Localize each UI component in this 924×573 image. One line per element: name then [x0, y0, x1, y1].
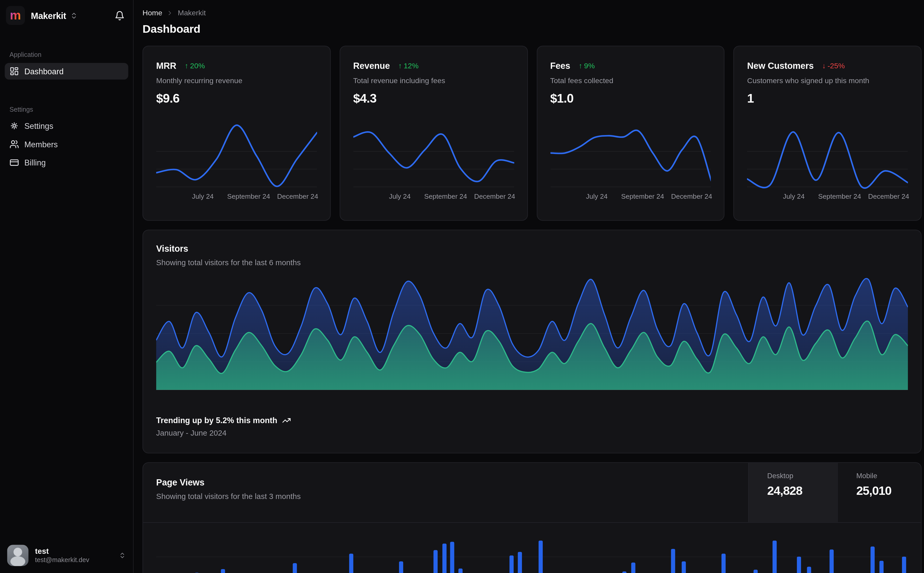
toggle-mobile[interactable]: Mobile 25,010 — [837, 463, 921, 522]
bar — [807, 567, 811, 573]
stat-value: 1 — [747, 91, 908, 106]
sidebar-item-dashboard[interactable]: Dashboard — [5, 63, 128, 80]
users-icon — [9, 139, 19, 149]
stat-description: Total fees collected — [550, 77, 711, 85]
sidebar-section-settings: Settings — [0, 106, 133, 113]
bar — [622, 571, 626, 573]
makerkit-logo[interactable]: m — [6, 6, 25, 25]
bar — [754, 570, 758, 573]
page-title: Dashboard — [143, 23, 921, 36]
toggle-value: 25,010 — [856, 484, 921, 498]
sidebar-item-label: Dashboard — [24, 67, 64, 75]
chevrons-up-down-icon — [119, 552, 126, 559]
page-views-bar-chart — [156, 530, 908, 573]
bar — [871, 546, 875, 573]
stat-description: Customers who signed up this month — [747, 77, 908, 85]
visitors-trend-text: Trending up by 5.2% this month — [156, 416, 277, 425]
sidebar-nav-settings: Settings Members Billing — [0, 117, 133, 171]
gear-icon — [9, 121, 19, 131]
trend-badge: ↑12% — [398, 61, 419, 70]
toggle-label: Desktop — [767, 472, 838, 480]
bar — [682, 561, 686, 573]
visitors-card: Visitors Showing total visitors for the … — [143, 230, 921, 453]
page-views-card: Page Views Showing total visitors for th… — [143, 462, 921, 573]
bar — [349, 554, 353, 573]
sidebar-item-members[interactable]: Members — [5, 136, 128, 152]
user-email: test@makerkit.dev — [35, 556, 89, 564]
bell-icon — [115, 10, 125, 20]
user-menu[interactable]: test test@makerkit.dev — [0, 539, 133, 573]
visitors-footer: Trending up by 5.2% this month January -… — [156, 416, 908, 437]
new-customers-sparkline-chart — [747, 120, 908, 190]
bar — [510, 555, 514, 573]
credit-card-icon — [9, 158, 19, 168]
notifications-button[interactable] — [115, 10, 125, 20]
chevrons-up-down-icon — [70, 12, 78, 19]
toggle-desktop[interactable]: Desktop 24,828 — [748, 463, 838, 522]
bar — [631, 563, 635, 573]
fees-sparkline-chart — [550, 120, 711, 190]
stat-cards-row: MRR ↑20% Monthly recurring revenue $9.6 … — [143, 46, 921, 221]
bar — [221, 569, 225, 573]
stat-description: Total revenue including fees — [353, 77, 514, 85]
logo-letter: m — [10, 9, 21, 21]
mrr-sparkline-chart — [156, 120, 317, 190]
sidebar-header: m Makerkit — [0, 0, 133, 31]
user-avatar — [7, 545, 28, 566]
x-axis-labels: July 24 September 24 December 24 — [550, 193, 711, 202]
stat-title: New Customers — [747, 61, 814, 70]
bar — [830, 550, 834, 573]
bar — [773, 540, 777, 573]
bar — [797, 557, 801, 573]
visitors-area-chart — [156, 277, 908, 394]
page-views-title: Page Views — [156, 477, 735, 487]
arrow-up-icon: ↑ — [579, 61, 582, 70]
sidebar-section-application: Application — [0, 51, 133, 58]
breadcrumb: Home Makerkit — [143, 9, 921, 17]
bar — [722, 554, 726, 573]
user-name: test — [35, 546, 89, 556]
revenue-sparkline-chart — [353, 120, 514, 190]
toggle-value: 24,828 — [767, 484, 838, 498]
stat-title: Revenue — [353, 61, 390, 70]
stat-title: MRR — [156, 61, 176, 70]
sidebar-item-label: Settings — [24, 121, 53, 130]
arrow-down-icon: ↓ — [822, 61, 826, 70]
bar — [879, 561, 883, 573]
main-content: Home Makerkit Dashboard MRR ↑20% Monthly… — [133, 0, 924, 573]
arrow-up-icon: ↑ — [398, 61, 402, 70]
sidebar-item-settings[interactable]: Settings — [5, 117, 128, 134]
sidebar-nav-application: Dashboard — [0, 63, 133, 80]
trend-badge: ↑9% — [579, 61, 595, 70]
user-meta: test test@makerkit.dev — [35, 546, 89, 564]
bar — [902, 557, 906, 573]
page-views-header: Page Views Showing total visitors for th… — [143, 463, 921, 523]
trending-up-icon — [282, 416, 291, 425]
team-name: Makerkit — [31, 10, 66, 20]
trend-badge: ↓-25% — [822, 61, 845, 70]
chevron-right-icon — [166, 9, 173, 17]
visitors-title: Visitors — [156, 243, 908, 254]
sidebar-item-label: Members — [24, 140, 58, 149]
stat-value: $9.6 — [156, 91, 317, 106]
team-switcher[interactable] — [70, 12, 78, 19]
sidebar-item-billing[interactable]: Billing — [5, 154, 128, 171]
visitors-subtitle: Showing total visitors for the last 6 mo… — [156, 258, 908, 267]
x-axis-labels: July 24 September 24 December 24 — [353, 193, 514, 202]
sidebar-item-label: Billing — [24, 158, 46, 167]
toggle-label: Mobile — [856, 472, 921, 480]
trend-badge: ↑20% — [185, 61, 205, 70]
bar — [450, 542, 454, 573]
breadcrumb-home-link[interactable]: Home — [143, 9, 162, 17]
page-views-subtitle: Showing total visitors for the last 3 mo… — [156, 492, 735, 501]
bar — [442, 544, 447, 573]
bar — [518, 552, 522, 573]
bar — [671, 549, 675, 573]
breadcrumb-current: Makerkit — [178, 9, 206, 17]
stat-card-mrr: MRR ↑20% Monthly recurring revenue $9.6 … — [143, 46, 331, 221]
bar — [433, 550, 438, 573]
arrow-up-icon: ↑ — [185, 61, 188, 70]
bar — [539, 540, 543, 573]
bar — [293, 563, 297, 573]
x-axis-labels: July 24 September 24 December 24 — [156, 193, 317, 202]
